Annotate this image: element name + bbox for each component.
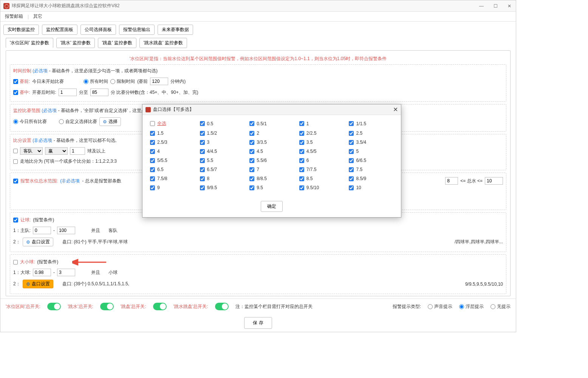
chk-wl[interactable]	[13, 179, 18, 184]
close-button[interactable]: ✕	[506, 3, 513, 9]
pankou-option[interactable]: 3.5/4	[349, 140, 393, 145]
dx-cond: (报警条件)	[37, 259, 58, 265]
tb-future[interactable]: 未来赛事数据	[158, 25, 193, 35]
pankou-option[interactable]: 2	[249, 131, 294, 136]
modal-close-button[interactable]: ✕	[393, 106, 398, 113]
ground-score-label: 走地比分为 (可填一个或多个比分如：1:1,2:2,3:3	[20, 158, 117, 165]
tab-jump-pan[interactable]: '跳盘' 监控参数	[98, 38, 136, 48]
radio-all-time[interactable]: 所有时间	[84, 78, 108, 85]
rq-hd: 让球:	[20, 217, 31, 223]
pankou-option[interactable]: 全选	[150, 120, 195, 127]
ft-sw1[interactable]	[47, 303, 61, 310]
radio-limit-time[interactable]: 限制时间	[110, 78, 135, 85]
rq-pankou-button[interactable]: ⚙盘口设置	[23, 238, 53, 246]
limit-minutes[interactable]	[150, 78, 168, 85]
pankou-option[interactable]: 7	[249, 167, 294, 172]
pankou-option[interactable]: 6/6.5	[349, 158, 393, 163]
chk-ground-score[interactable]	[13, 159, 18, 164]
pankou-option[interactable]: 0.5/1	[249, 120, 294, 127]
pankou-option[interactable]: 4	[150, 149, 195, 154]
chk-pregame[interactable]: 赛前:	[13, 78, 30, 85]
pankou-option[interactable]: 8	[200, 176, 244, 181]
modal-ok-button[interactable]: 确定	[261, 201, 283, 212]
mid-from[interactable]	[59, 89, 77, 96]
pankou-option[interactable]: 4.5	[249, 149, 294, 154]
pankou-option[interactable]: 1	[299, 120, 344, 127]
save-button[interactable]: 保 存	[244, 317, 272, 329]
dx-from[interactable]	[33, 269, 51, 276]
chk-guest[interactable]	[13, 149, 18, 153]
dx-pankou-button[interactable]: ⚙盘口设置	[23, 280, 53, 288]
pankou-option[interactable]: 1.5/2	[200, 131, 244, 136]
pankou-option[interactable]: 8.5	[299, 176, 344, 181]
pankou-option[interactable]: 9.5	[249, 185, 294, 190]
pankou-option[interactable]: 5.5/6	[249, 158, 294, 163]
pankou-option[interactable]: 2.5	[349, 131, 393, 136]
radio-all-games[interactable]: 今日所有比赛	[13, 118, 47, 125]
dx-to[interactable]	[57, 269, 75, 276]
tab-jump-both[interactable]: '跳水跳盘' 监控参数	[139, 38, 187, 48]
pankou-option[interactable]: 4/4.5	[200, 149, 244, 154]
tb-config[interactable]: 监控配置面板	[42, 25, 77, 35]
wl-to[interactable]	[485, 177, 503, 185]
pankou-option[interactable]: 9/9.5	[200, 185, 244, 190]
pankou-option[interactable]: 6	[299, 158, 344, 163]
chk-dx[interactable]	[13, 260, 18, 264]
tb-realtime[interactable]: 实时数据监控	[3, 25, 39, 35]
ft-sw4[interactable]	[215, 303, 229, 310]
pankou-option[interactable]: 5/5.5	[150, 158, 195, 163]
rq-pankou-tail: /四球半,四球半,四球半...	[455, 239, 503, 245]
pankou-option[interactable]: 9	[150, 185, 195, 190]
pankou-option[interactable]: 5	[349, 149, 393, 154]
pankou-option[interactable]: 4.5/5	[299, 149, 344, 154]
ft-sw2[interactable]	[100, 303, 114, 310]
radio-float[interactable]: 浮层提示	[459, 303, 484, 310]
pankou-option[interactable]: 9.5/10	[299, 185, 344, 190]
pankou-option[interactable]: 6.5/7	[200, 167, 244, 172]
pankou-option[interactable]: 1.5	[150, 131, 195, 136]
menu-other[interactable]: 其它	[32, 13, 44, 20]
pankou-option[interactable]: 8.5/9	[349, 176, 393, 181]
score-txt: 球及以上	[87, 148, 105, 154]
chk-midgame[interactable]: 赛中:	[13, 89, 30, 96]
rq-from[interactable]	[33, 227, 51, 234]
rq-to[interactable]	[57, 227, 75, 234]
maximize-button[interactable]: ☐	[492, 3, 499, 9]
pankou-option[interactable]: 7/7.5	[299, 167, 344, 172]
radio-sound[interactable]: 声音提示	[428, 303, 452, 310]
pankou-option[interactable]: 3.5	[299, 140, 344, 145]
mid-to[interactable]	[90, 89, 108, 96]
select-games-button[interactable]: ⚙选择	[99, 117, 121, 126]
sel-result[interactable]: 赢	[45, 147, 68, 155]
tab-waterlevel[interactable]: '水位区间' 监控参数	[6, 38, 53, 48]
modal-header[interactable]: 盘口选择【可多选】 ✕	[142, 104, 401, 115]
chk-rq[interactable]	[13, 218, 18, 222]
radio-custom-games[interactable]: 自定义选择比赛	[59, 118, 97, 125]
limit-unit: 分钟内)	[170, 78, 186, 85]
sel-team[interactable]: 客队	[20, 147, 43, 155]
panel-description: '水位区间'是指：当前水位达到某个区间范围值时报警，例如水位区间范围值设定为1.…	[130, 56, 387, 62]
pankou-option[interactable]: 2/2.5	[299, 131, 344, 136]
pankou-option[interactable]: 0.5	[200, 120, 244, 127]
pankou-option[interactable]: 3/3.5	[249, 140, 294, 145]
tb-company[interactable]: 公司选择面板	[80, 25, 116, 35]
minimize-button[interactable]: —	[478, 3, 485, 9]
pankou-option[interactable]: 6.5	[150, 167, 195, 172]
pankou-option[interactable]: 7.5	[349, 167, 393, 172]
pankou-option[interactable]: 5.5	[200, 158, 244, 163]
pankou-option[interactable]: 8/8.5	[249, 176, 294, 181]
wl-from[interactable]	[445, 177, 458, 185]
score-n[interactable]	[70, 147, 85, 155]
pankou-option[interactable]: 7.5/8	[150, 176, 195, 181]
tab-jump-water[interactable]: '跳水' 监控参数	[56, 38, 95, 48]
radio-none[interactable]: 无提示	[491, 303, 511, 310]
dx-hd: 大小球:	[20, 259, 35, 265]
pankou-option[interactable]: 3	[200, 140, 244, 145]
pankou-option[interactable]: 1/1.5	[349, 120, 393, 127]
pankou-option[interactable]: 10	[349, 185, 393, 190]
menu-separator: |	[26, 14, 30, 19]
tb-alert-out[interactable]: 报警信息输出	[119, 25, 155, 35]
pankou-option[interactable]: 2.5/3	[150, 140, 195, 145]
ft-sw3[interactable]	[153, 303, 167, 310]
menu-mailbox[interactable]: 报警邮箱	[3, 13, 25, 20]
